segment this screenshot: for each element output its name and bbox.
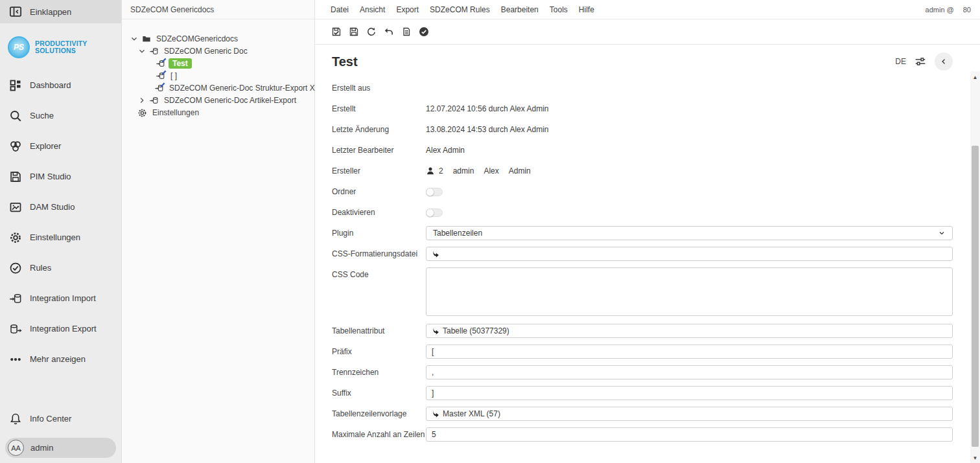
import-doc-edit-icon bbox=[154, 84, 165, 93]
menu-sdzecom-rules[interactable]: SDZeCOM Rules bbox=[430, 5, 490, 14]
css-datei-inputbox bbox=[426, 247, 953, 261]
more-dots-icon bbox=[9, 353, 22, 366]
chevron-down-icon[interactable] bbox=[137, 47, 146, 56]
suffix-input[interactable] bbox=[432, 387, 947, 400]
collapse-detail-button[interactable] bbox=[935, 52, 953, 71]
save-icon[interactable] bbox=[349, 27, 359, 37]
tree-node-einstellungen[interactable]: Einstellungen bbox=[137, 106, 310, 119]
sidebar-item-integration-export[interactable]: Integration Export bbox=[0, 313, 121, 344]
field-letzte-aenderung: Letzte Änderung 13.08.2024 14:53 durch A… bbox=[332, 122, 953, 137]
bell-icon bbox=[9, 412, 22, 425]
toggle-knob bbox=[426, 209, 434, 217]
avatar: AA bbox=[8, 440, 24, 456]
tabellenzeilenvorlage-input[interactable] bbox=[443, 407, 947, 420]
field-praefix: Präfix bbox=[332, 344, 953, 359]
import-doc-edit-icon bbox=[156, 71, 166, 80]
field-trennzeichen: Trennzeichen bbox=[332, 365, 953, 379]
menu-tools[interactable]: Tools bbox=[550, 5, 568, 14]
sidebar-spacer bbox=[0, 374, 121, 403]
confirm-icon[interactable] bbox=[419, 27, 429, 37]
chevron-right-icon[interactable] bbox=[137, 96, 146, 105]
trennzeichen-input[interactable] bbox=[432, 366, 947, 379]
collapse-sidebar-button[interactable]: Einklappen bbox=[0, 0, 121, 23]
tree: SDZeCOMGenericdocs SDZeCOM Generic Doc T… bbox=[122, 19, 314, 119]
chevron-down-icon bbox=[938, 229, 946, 237]
tree-node-artikel-export[interactable]: SDZeCOM Generic-Doc Artikel-Export bbox=[137, 94, 310, 106]
menu-export[interactable]: Export bbox=[396, 5, 419, 14]
sidebar-item-dam-studio[interactable]: DAM Studio bbox=[0, 192, 121, 222]
ersteller-count: 2 bbox=[439, 166, 443, 175]
check-circle-icon bbox=[9, 262, 22, 275]
gear-icon bbox=[137, 108, 148, 117]
tabellenattribut-inputbox bbox=[426, 324, 953, 338]
pencil-icon bbox=[159, 82, 166, 88]
paste-icon[interactable] bbox=[401, 27, 412, 37]
field-css-code: CSS Code bbox=[332, 267, 953, 316]
undo-icon[interactable] bbox=[384, 27, 394, 37]
sidebar-item-dashboard[interactable]: Dashboard bbox=[0, 70, 121, 100]
sidebar-item-rules[interactable]: Rules bbox=[0, 253, 121, 283]
main-area: Datei Ansicht Export SDZeCOM Rules Bearb… bbox=[315, 0, 980, 463]
session-value: 80 bbox=[963, 6, 971, 14]
scroll-down-arrow[interactable]: ▼ bbox=[970, 453, 980, 462]
ersteller-firstname[interactable]: Alex bbox=[484, 166, 498, 175]
field-erstellt: Erstellt 12.07.2024 10:56 durch Alex Adm… bbox=[332, 102, 953, 116]
menu-datei[interactable]: Datei bbox=[331, 5, 349, 14]
chevron-down-icon[interactable] bbox=[130, 34, 139, 43]
tree-node-generic-doc[interactable]: SDZeCOM Generic Doc bbox=[137, 45, 310, 57]
ersteller-lastname[interactable]: Admin bbox=[509, 166, 531, 175]
pim-studio-icon bbox=[9, 170, 22, 183]
max-zeilen-input[interactable] bbox=[432, 428, 947, 441]
gear-icon bbox=[9, 231, 22, 244]
erstellt-value: 12.07.2024 10:56 durch Alex Admin bbox=[426, 104, 953, 113]
ersteller-login[interactable]: admin bbox=[453, 166, 474, 175]
deaktivieren-toggle[interactable] bbox=[426, 209, 443, 217]
tree-node-root[interactable]: SDZeCOMGenericdocs bbox=[130, 32, 310, 45]
tree-node-test[interactable]: Test bbox=[156, 57, 310, 69]
sidebar-item-suche[interactable]: Suche bbox=[0, 100, 121, 131]
folder-icon bbox=[141, 34, 152, 43]
sidebar-item-einstellungen[interactable]: Einstellungen bbox=[0, 222, 121, 253]
tree-panel: SDZeCOM Genericdocs SDZeCOMGenericdocs S… bbox=[122, 0, 315, 463]
search-icon bbox=[9, 109, 22, 122]
reference-tag-icon bbox=[432, 250, 439, 258]
sliders-icon[interactable] bbox=[915, 56, 926, 67]
field-tabellenattribut: Tabellenattribut bbox=[332, 324, 953, 338]
dashboard-icon bbox=[9, 79, 22, 92]
refresh-icon[interactable] bbox=[366, 27, 377, 37]
user-menu[interactable]: AA admin bbox=[5, 438, 116, 458]
sidebar-item-explorer[interactable]: Explorer bbox=[0, 131, 121, 161]
language-label[interactable]: DE bbox=[895, 57, 906, 66]
tree-node-struktur-export[interactable]: SDZeCOM Generic-Doc Struktur-Export XML bbox=[154, 82, 310, 94]
integration-import-icon bbox=[9, 292, 22, 305]
scroll-up-arrow[interactable]: ▲ bbox=[970, 73, 980, 82]
sidebar-item-mehr-anzeigen[interactable]: Mehr anzeigen bbox=[0, 344, 121, 374]
collapse-panel-icon bbox=[9, 5, 22, 18]
tree-node-brackets[interactable]: [ ] bbox=[156, 69, 310, 82]
sidebar-item-pim-studio[interactable]: PIM Studio bbox=[0, 161, 121, 192]
save-check-icon[interactable] bbox=[331, 27, 342, 37]
trennzeichen-inputbox bbox=[426, 365, 953, 379]
explorer-icon bbox=[9, 140, 22, 153]
menu-bearbeiten[interactable]: Bearbeiten bbox=[501, 5, 539, 14]
menu-ansicht[interactable]: Ansicht bbox=[360, 5, 385, 14]
sidebar-item-integration-import[interactable]: Integration Import bbox=[0, 283, 121, 313]
sidebar-item-info-center[interactable]: Info Center bbox=[0, 403, 121, 434]
session-status: admin @ 80 bbox=[926, 6, 971, 14]
tree-node-selected-label[interactable]: Test bbox=[169, 58, 192, 69]
import-doc-icon bbox=[149, 96, 159, 105]
menu-hilfe[interactable]: Hilfe bbox=[579, 5, 594, 14]
plugin-select[interactable]: Tabellenzeilen bbox=[426, 226, 953, 240]
letzter-bearbeiter-value: Alex Admin bbox=[426, 146, 953, 155]
field-tabellenzeilenvorlage: Tabellenzeilenvorlage bbox=[332, 407, 953, 421]
vertical-scrollbar[interactable]: ▲ ▼ bbox=[970, 71, 980, 463]
css-code-textarea[interactable] bbox=[426, 268, 952, 315]
tabellenattribut-input[interactable] bbox=[443, 324, 947, 337]
css-datei-input[interactable] bbox=[443, 247, 947, 260]
praefix-input[interactable] bbox=[432, 345, 947, 358]
ordner-toggle[interactable] bbox=[426, 188, 443, 196]
scrollbar-thumb[interactable] bbox=[972, 146, 979, 447]
user-name: admin bbox=[30, 443, 53, 453]
ps-logo-icon: PS bbox=[8, 36, 30, 58]
letzte-aenderung-value: 13.08.2024 14:53 durch Alex Admin bbox=[426, 125, 953, 134]
